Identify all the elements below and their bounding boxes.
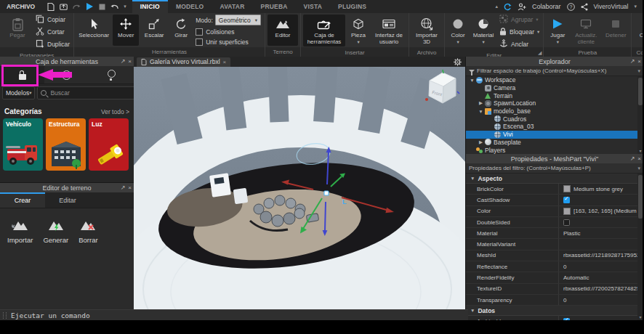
duplicate-button[interactable]: Duplicar (36, 39, 70, 49)
drag-handle[interactable] (3, 312, 7, 319)
user-name[interactable]: ViveroVirtual (594, 3, 629, 10)
select-tool-button[interactable]: Seleccionar (76, 15, 111, 46)
document-tab[interactable]: Galería Vivero Virtual.rbxl × (137, 57, 230, 67)
prop-row-transparency[interactable]: Transparency0 (466, 295, 643, 306)
chevron-right-icon[interactable]: ▶ (478, 100, 484, 106)
join-surfaces-checkbox[interactable]: Unir superficies (196, 38, 261, 46)
tab-prueba[interactable]: PRUEBA (253, 0, 296, 13)
explorer-filter[interactable]: Filtrar espacio de trabajo (Control+Mayú… (466, 66, 643, 76)
section-aspecto[interactable]: ▼Aspecto (466, 174, 643, 184)
tree-item-vivi[interactable]: Vivi (466, 131, 643, 139)
popout-icon[interactable]: ↗ (630, 59, 635, 65)
prop-row-castshadow[interactable]: CastShadow (466, 195, 643, 205)
models-dropdown[interactable]: Modelos▾ (2, 86, 35, 99)
popout-icon[interactable]: ↗ (121, 59, 126, 65)
terrain-tab-editar[interactable]: Editar (45, 192, 90, 208)
3d-viewport[interactable]: L Front (134, 67, 465, 310)
gizmo-origin-handle[interactable] (324, 191, 329, 195)
update-client-button[interactable]: Actualiz. cliente (571, 15, 601, 46)
category-card-estructura[interactable]: Estructura (46, 118, 86, 171)
toolbox-tab-suggestions[interactable] (89, 66, 134, 84)
properties-filter[interactable]: Propiedades del filtro: (Control+Mayúscu… (466, 163, 643, 174)
tree-item-escena-03[interactable]: Escena_03 (466, 123, 643, 131)
archivo-menu[interactable]: ARCHIVO (0, 0, 41, 13)
prop-row-material[interactable]: MaterialPlastic (466, 228, 643, 239)
undo-icon[interactable] (110, 4, 118, 10)
chevron-right-icon[interactable]: ▶ (478, 139, 484, 145)
chevron-down-icon[interactable]: ▼ (478, 109, 484, 114)
close-icon[interactable]: × (637, 156, 641, 162)
copy-button[interactable]: Copiar (36, 15, 70, 25)
tab-vista[interactable]: VISTA (296, 0, 330, 13)
part-button[interactable]: Pieza ▾ (347, 15, 370, 46)
prop-row-brickcolor[interactable]: BrickColorMedium stone grey (466, 184, 643, 195)
terrain-editor-button[interactable]: Editor (267, 15, 298, 46)
section-datos[interactable]: ▼Datos (466, 306, 643, 316)
game-settings-button[interactable]: Configuración del juego (634, 15, 643, 46)
expand-group-icon[interactable]: ◢ (538, 50, 542, 56)
lock-button[interactable]: Bloquear▾ (499, 27, 539, 37)
see-all-link[interactable]: Ver todo > (101, 108, 129, 115)
prop-row-textureid[interactable]: TextureIDrbxassetid://72002578274825 (466, 284, 643, 295)
scroll-down-icon[interactable]: ▾ (637, 149, 643, 154)
chevron-down-icon[interactable]: ▾ (637, 166, 640, 171)
close-icon[interactable]: × (128, 185, 132, 191)
tree-item-terrain[interactable]: Terrain (466, 91, 643, 99)
popout-icon[interactable]: ↗ (630, 156, 635, 162)
category-card-vehiculo[interactable]: Vehículo (3, 118, 43, 171)
chevron-down-icon[interactable]: ▾ (637, 68, 640, 74)
rotate-tool-button[interactable]: Girar (169, 15, 193, 46)
terrain-clear-button[interactable]: Borrar (79, 219, 97, 244)
mode-dropdown[interactable]: Geométrico▾ (215, 15, 261, 25)
command-bar[interactable]: Ejecutar un comando (0, 309, 468, 320)
popout-icon[interactable]: ↗ (121, 185, 126, 191)
properties-scrollbar[interactable]: ▾ (637, 174, 643, 320)
more-actions-caret[interactable]: ▾ (124, 4, 126, 9)
paste-button[interactable]: Pegar (2, 15, 33, 49)
share-icon[interactable] (581, 3, 588, 11)
prop-row-meshid[interactable]: MeshIdrbxassetid://121892871759529 (466, 250, 643, 261)
tree-item-camera[interactable]: Camera (466, 84, 643, 92)
sync-icon[interactable] (504, 3, 512, 11)
tree-item-cuadros[interactable]: Cuadros (466, 115, 643, 123)
tab-avatar[interactable]: AVATAR (212, 0, 252, 13)
new-file-icon[interactable] (47, 3, 55, 11)
user-menu-caret[interactable]: ▾ (634, 4, 637, 9)
collisions-checkbox[interactable]: Colisiones (196, 28, 261, 36)
terrain-tab-crear[interactable]: Crear (0, 192, 45, 208)
prop-row-materialvariant[interactable]: MaterialVariant (466, 239, 643, 250)
checkbox-unchecked-icon[interactable] (563, 219, 570, 226)
anchor-button[interactable]: Anclar (499, 39, 539, 49)
move-tool-button[interactable]: Mover (113, 15, 139, 46)
cut-button[interactable]: Cortar (36, 27, 70, 37)
open-file-icon[interactable] (60, 3, 68, 10)
viewport-settings-gear[interactable] (454, 58, 465, 66)
group-button[interactable]: Agrupar▾ (499, 15, 539, 25)
close-icon[interactable]: × (637, 59, 641, 65)
redo-icon[interactable] (73, 4, 81, 10)
help-icon[interactable]: ? (567, 3, 575, 11)
color-button[interactable]: Color ▾ (447, 15, 469, 49)
play-button[interactable]: Jugar ▾ (546, 15, 569, 46)
tree-item-workspace[interactable]: ▼Workspace (466, 76, 643, 84)
search-input[interactable] (49, 89, 132, 97)
prop-row-color[interactable]: Color[163, 162, 165] (Medium stone gr... (466, 206, 643, 217)
tab-inicio[interactable]: INICIO (132, 0, 168, 13)
play-icon[interactable] (86, 2, 94, 11)
prop-row-reflectance[interactable]: Reflectance0 (466, 261, 643, 272)
chevron-down-icon[interactable]: ▼ (469, 78, 475, 83)
checkbox-checked-icon[interactable] (563, 197, 570, 203)
prop-row-doublesided[interactable]: DoubleSided (466, 217, 643, 228)
explorer-scrollbar[interactable]: ▾ (637, 76, 643, 154)
terrain-generate-button[interactable]: Generar (43, 219, 68, 244)
category-card-luz[interactable]: Luz (89, 118, 129, 171)
tree-item-baseplate[interactable]: ▶Baseplate (466, 139, 643, 147)
material-button[interactable]: Material ▾ (470, 15, 496, 49)
tree-item-modelo-base[interactable]: ▼modelo_base (466, 107, 643, 115)
toolbox-button[interactable]: Caja de herramientas (303, 15, 345, 46)
tab-modelo[interactable]: MODELO (168, 0, 212, 13)
terrain-import-button[interactable]: Importar (7, 219, 33, 244)
tab-plugins[interactable]: PLUGINS (330, 0, 374, 13)
add-collaborator-icon[interactable] (518, 3, 526, 11)
scroll-down-icon[interactable]: ▾ (637, 315, 643, 320)
